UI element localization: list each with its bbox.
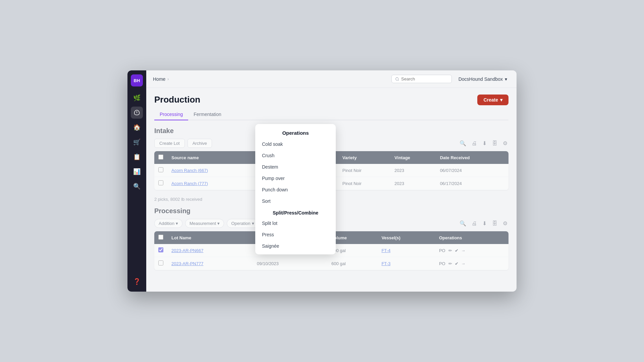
intake-row2-vintage: 2023: [390, 177, 436, 190]
processing-row2-vessel[interactable]: FT-3: [381, 261, 390, 266]
create-button[interactable]: Create ▾: [477, 95, 508, 105]
processing-row2-checkbox[interactable]: [158, 260, 163, 265]
search-input[interactable]: [401, 76, 448, 81]
processing-select-all-checkbox[interactable]: [158, 235, 163, 240]
dropdown-item-saignee[interactable]: Saignée: [255, 240, 336, 252]
app-logo: BH: [131, 74, 143, 86]
svg-point-0: [395, 77, 398, 80]
intake-col-date: Date Received: [436, 151, 508, 164]
intake-row1-checkbox[interactable]: [158, 167, 163, 172]
dropdown-item-sort[interactable]: Sort: [255, 195, 336, 207]
dropdown-subheader-split-press: Split/Press/Combine: [255, 207, 336, 218]
processing-row1-vessel[interactable]: FT-4: [381, 248, 390, 253]
dropdown-item-pump-over[interactable]: Pump over: [255, 173, 336, 184]
sidebar-item-tasks[interactable]: 📋: [131, 151, 143, 163]
dropdown-title: Operations: [255, 127, 336, 138]
breadcrumb-arrow: ›: [167, 77, 169, 81]
tab-processing[interactable]: Processing: [154, 109, 188, 120]
processing-col-vessel: Vessel(s): [377, 231, 435, 244]
processing-archive-icon[interactable]: 🗄: [491, 220, 498, 228]
main-content: Home › DocsHound Sandbox ▾ Create: [146, 70, 517, 292]
processing-row2-volume: 600 gal: [327, 257, 377, 270]
filter-operation[interactable]: Operation ▾: [227, 219, 258, 228]
dropdown-item-cold-soak[interactable]: Cold soak: [255, 138, 336, 150]
create-chevron-icon: ▾: [500, 97, 502, 103]
dropdown-item-split-lot[interactable]: Split lot: [255, 218, 336, 229]
check-icon[interactable]: ✔: [455, 248, 459, 253]
sidebar: BH 🌿 🏠 🛒 📋 📊 🔍 ❓: [127, 70, 146, 292]
sidebar-item-drops[interactable]: [131, 107, 143, 119]
topbar: Home › DocsHound Sandbox ▾: [146, 70, 517, 88]
processing-search-icon[interactable]: 🔍: [459, 219, 467, 228]
intake-row1-date: 06/07/2024: [436, 164, 508, 177]
intake-toolbar-right: 🔍 🖨 ⬇ 🗄 ⚙: [459, 139, 508, 147]
sidebar-item-cart[interactable]: 🛒: [131, 136, 143, 148]
intake-print-icon[interactable]: 🖨: [471, 139, 478, 147]
intake-col-variety: Variety: [338, 151, 390, 164]
processing-row1-checkbox[interactable]: [158, 247, 163, 252]
processing-print-icon[interactable]: 🖨: [471, 220, 478, 228]
table-row: 2023-AR-PN777 09/10/2023 600 gal FT-3 PO…: [154, 257, 508, 270]
intake-download-icon[interactable]: ⬇: [481, 139, 488, 147]
processing-col-lot: Lot Name: [167, 231, 253, 244]
processing-row2-lot[interactable]: 2023-AR-PN777: [171, 261, 203, 266]
operation-chevron-icon: ▾: [252, 221, 254, 226]
intake-search-icon[interactable]: 🔍: [459, 139, 467, 147]
dropdown-item-punch-down[interactable]: Punch down: [255, 184, 336, 195]
tabs: Processing Fermentation: [154, 109, 508, 120]
sidebar-item-help[interactable]: ❓: [131, 276, 143, 288]
create-lot-button[interactable]: Create Lot: [154, 139, 185, 148]
processing-row2-ops: PO ✏ ✔ →: [435, 257, 508, 270]
intake-row2-date: 06/17/2024: [436, 177, 508, 190]
intake-col-vintage: Vintage: [390, 151, 436, 164]
filter-addition[interactable]: Addition ▾: [154, 219, 182, 228]
dropdown-item-destem[interactable]: Destem: [255, 161, 336, 173]
check-icon[interactable]: ✔: [455, 261, 459, 266]
workspace-name: DocsHound Sandbox: [459, 76, 503, 82]
page-title: Production: [154, 95, 508, 105]
sidebar-item-search[interactable]: 🔍: [131, 180, 143, 192]
topbar-right: DocsHound Sandbox ▾: [391, 75, 510, 83]
filter-measurement[interactable]: Measurement ▾: [185, 219, 224, 228]
edit-icon[interactable]: ✏: [448, 248, 452, 253]
breadcrumb: Home ›: [153, 76, 169, 82]
sidebar-item-reports[interactable]: 📊: [131, 166, 143, 178]
processing-row2-date: 09/10/2023: [253, 257, 327, 270]
workspace-selector[interactable]: DocsHound Sandbox ▾: [456, 75, 510, 83]
arrow-icon[interactable]: →: [461, 261, 466, 266]
processing-download-icon[interactable]: ⬇: [481, 219, 488, 228]
tab-fermentation[interactable]: Fermentation: [188, 109, 226, 120]
processing-row1-lot[interactable]: 2023-AR-PN667: [171, 248, 203, 253]
processing-col-ops: Operations: [435, 231, 508, 244]
sidebar-item-leaf[interactable]: 🌿: [131, 92, 143, 104]
edit-icon[interactable]: ✏: [448, 261, 452, 266]
archive-button[interactable]: Archive: [187, 139, 212, 148]
processing-settings-icon[interactable]: ⚙: [502, 219, 508, 228]
intake-row2-checkbox[interactable]: [158, 180, 163, 185]
intake-archive-icon[interactable]: 🗄: [491, 139, 498, 147]
intake-row1-name[interactable]: Acorn Ranch (667): [171, 168, 208, 173]
addition-chevron-icon: ▾: [176, 221, 178, 226]
chevron-down-icon: ▾: [505, 76, 507, 82]
content-area: Create ▾ Production Processing Fermentat…: [146, 88, 517, 292]
measurement-chevron-icon: ▾: [217, 221, 220, 226]
search-box[interactable]: [391, 75, 452, 83]
intake-row2-name[interactable]: Acorn Ranch (777): [171, 181, 208, 186]
dropdown-item-crush[interactable]: Crush: [255, 150, 336, 161]
intake-select-all-checkbox[interactable]: [158, 155, 163, 160]
arrow-icon[interactable]: →: [461, 248, 466, 253]
intake-row1-variety: Pinot Noir: [338, 164, 390, 177]
intake-row2-variety: Pinot Noir: [338, 177, 390, 190]
processing-row1-ops: PO ✏ ✔ →: [435, 244, 508, 257]
operations-dropdown: Operations Cold soak Crush Destem Pump o…: [255, 124, 336, 254]
processing-toolbar-right: 🔍 🖨 ⬇ 🗄 ⚙: [459, 219, 508, 228]
sidebar-item-home[interactable]: 🏠: [131, 121, 143, 133]
search-icon: [395, 77, 399, 81]
intake-row1-vintage: 2023: [390, 164, 436, 177]
dropdown-item-press[interactable]: Press: [255, 229, 336, 240]
breadcrumb-home[interactable]: Home: [153, 76, 165, 82]
intake-settings-icon[interactable]: ⚙: [502, 139, 508, 147]
intake-col-source: Source name: [167, 151, 253, 164]
